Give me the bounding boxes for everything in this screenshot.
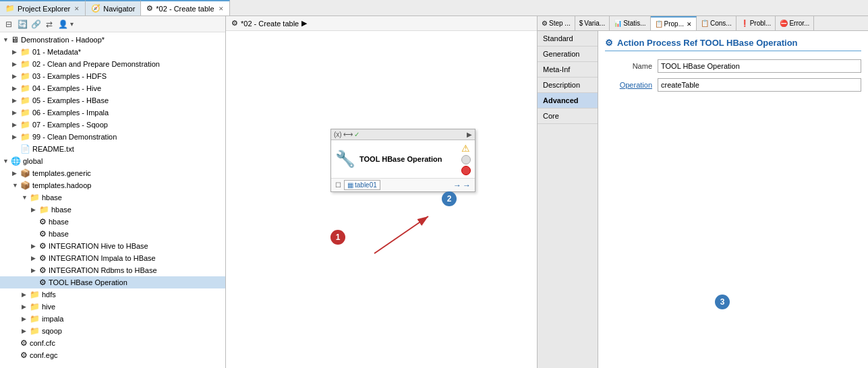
sidebar-standard[interactable]: Standard	[538, 31, 598, 47]
toolbar-sync-btn[interactable]: ⇄	[43, 18, 55, 30]
node-icon-area: 🔧	[335, 150, 355, 168]
tab-errors-label: Error...	[789, 20, 809, 27]
tree-item[interactable]: ⚙conf.egc	[0, 349, 225, 361]
tab-project-explorer-close[interactable]: ✕	[74, 5, 80, 12]
node-link-icon[interactable]: ⟷	[343, 131, 353, 138]
right-content: Standard Generation Meta-Inf Description…	[538, 31, 868, 368]
toolbar-refresh-btn[interactable]: 🔄	[16, 18, 28, 30]
node-vars-icon[interactable]: (x)	[334, 131, 342, 138]
tree-item[interactable]: ▼📦templates.hadoop	[0, 179, 225, 191]
tree-item[interactable]: ▶📦templates.generic	[0, 167, 225, 179]
tab-canvas[interactable]: ⚙ *02 - Create table ✕	[141, 0, 229, 16]
sidebar-advanced[interactable]: Advanced	[538, 93, 598, 109]
tree-item[interactable]: ▶📁hdfs	[0, 288, 225, 301]
variables-icon: $	[579, 20, 583, 27]
tab-project-explorer-label: Project Explorer	[18, 5, 70, 13]
toolbar-new-btn[interactable]: 👤	[57, 18, 69, 30]
tree-label: README.txt	[32, 145, 74, 153]
node-stop	[461, 166, 471, 175]
tree-item[interactable]: ▶📁05 - Examples - HBase	[0, 94, 225, 106]
arrow-right-icon: →	[463, 181, 471, 190]
tree-item[interactable]: ▶⚙INTEGRATION Impala to HBase	[0, 252, 225, 264]
tree-item[interactable]: ⚙TOOL HBase Operation	[0, 276, 225, 288]
tree-item[interactable]: 📄README.txt	[0, 143, 225, 155]
tree-label: conf.cfc	[30, 339, 55, 347]
props-operation-label[interactable]: Operation	[605, 81, 652, 89]
statistics-icon: 📊	[614, 20, 622, 27]
tree-icon: 📄	[20, 144, 30, 154]
tab-variables[interactable]: $ Varia...	[575, 16, 610, 30]
tree-item[interactable]: ▶📁01 - Metadata*	[0, 46, 225, 58]
tab-errors[interactable]: ⛔ Error...	[776, 16, 814, 30]
tree-area: ▼🖥Demonstration - Hadoop*▶📁01 - Metadata…	[0, 32, 225, 368]
tab-problems[interactable]: ❗ Probl...	[736, 16, 776, 30]
tree-icon: 📁	[20, 108, 30, 117]
tree-item[interactable]: ⚙hbase	[0, 216, 225, 228]
canvas-tab-close[interactable]: ✕	[219, 5, 224, 12]
tab-properties[interactable]: 📋 Prop... ✕	[651, 16, 697, 30]
tree-label: INTEGRATION Impala to HBase	[49, 254, 156, 262]
tree-icon: 📁	[20, 132, 30, 142]
props-operation-input[interactable]	[658, 78, 861, 92]
tree-label: 07 - Examples - Sqoop	[32, 121, 108, 129]
tree-item[interactable]: ▶📁impala	[0, 313, 225, 325]
tree-item[interactable]: ▶📁hive	[0, 301, 225, 313]
tree-item[interactable]: ▼📁hbase	[0, 191, 225, 204]
tree-icon: 📁	[30, 193, 40, 202]
node-check-icon[interactable]: ✓	[354, 131, 359, 138]
toolbar-collapse-btn[interactable]: ⊟	[3, 18, 15, 30]
tree-item[interactable]: ▶📁99 - Clean Demonstration	[0, 131, 225, 143]
toolbar-dropdown[interactable]: ▾	[70, 20, 74, 28]
canvas-area[interactable]: (x) ⟷ ✓ ▶ 🔧 TOOL HBase Operat	[226, 31, 537, 368]
node-toolbar-left: (x) ⟷ ✓	[334, 131, 359, 138]
project-explorer-icon: 📁	[5, 4, 15, 13]
tab-console[interactable]: 📋 Cons...	[697, 16, 736, 30]
tree-arrow: ▶	[12, 133, 20, 140]
sidebar-core[interactable]: Core	[538, 109, 598, 124]
tab-console-label: Cons...	[710, 20, 732, 27]
tree-item[interactable]: ▶📁03 - Examples - HDFS	[0, 70, 225, 82]
tree-item[interactable]: ▶📁04 - Examples - Hive	[0, 82, 225, 94]
props-sidebar: Standard Generation Meta-Inf Description…	[538, 31, 598, 368]
tree-icon: 📁	[39, 205, 49, 214]
sidebar-description[interactable]: Description	[538, 78, 598, 93]
tree-label: hbase	[42, 193, 62, 202]
tree-item[interactable]: ▶⚙INTEGRATION Hive to HBase	[0, 240, 225, 252]
tab-statistics[interactable]: 📊 Statis...	[610, 16, 650, 30]
toolbar-link-btn[interactable]: 🔗	[30, 18, 42, 30]
tree-label: templates.generic	[32, 169, 91, 177]
tree-arrow: ▶	[12, 170, 20, 177]
tab-project-explorer[interactable]: 📁 Project Explorer ✕	[0, 0, 86, 16]
props-operation-row: Operation	[605, 78, 861, 92]
tree-arrow: ▶	[22, 303, 30, 310]
tree-item[interactable]: ▶⚙INTEGRATION Rdbms to HBase	[0, 264, 225, 276]
tab-properties-close[interactable]: ✕	[687, 21, 692, 28]
tree-item[interactable]: ⚙hbase	[0, 228, 225, 240]
tree-label: hdfs	[42, 290, 56, 299]
workflow-node[interactable]: (x) ⟷ ✓ ▶ 🔧 TOOL HBase Operat	[330, 129, 475, 192]
props-name-input[interactable]	[658, 59, 861, 73]
tree-arrow: ▶	[12, 61, 20, 67]
tree-label: 04 - Examples - Hive	[32, 84, 101, 92]
tree-item[interactable]: ▶📁hbase	[0, 204, 225, 216]
sidebar-metainf[interactable]: Meta-Inf	[538, 62, 598, 78]
tree-item[interactable]: ▶📁06 - Examples - Impala	[0, 106, 225, 119]
tree-arrow: ▶	[12, 97, 20, 104]
tree-label: TOOL HBase Operation	[49, 278, 127, 286]
tree-item[interactable]: ▼🌐global	[0, 155, 225, 167]
node-play-icon[interactable]: ▶	[467, 131, 472, 138]
tree-item[interactable]: ▶📁07 - Examples - Sqoop	[0, 119, 225, 131]
tab-navigator[interactable]: 🧭 Navigator	[86, 0, 141, 16]
left-panel: ⊟ 🔄 🔗 ⇄ 👤 ▾ ▼🖥Demonstration - Hadoop*▶📁0…	[0, 16, 226, 368]
tree-label: 05 - Examples - HBase	[32, 96, 109, 104]
tree-icon: ⚙	[20, 338, 28, 348]
node-expand-icon[interactable]: ☐	[335, 181, 341, 189]
middle-panel: ⚙ *02 - Create table ▶	[226, 16, 538, 368]
sidebar-generation[interactable]: Generation	[538, 47, 598, 62]
tree-item[interactable]: ▶📁02 - Clean and Prepare Demonstration	[0, 58, 225, 70]
tree-item[interactable]: ▼🖥Demonstration - Hadoop*	[0, 34, 225, 46]
tree-label: sqoop	[42, 327, 62, 335]
tree-item[interactable]: ⚙conf.cfc	[0, 337, 225, 349]
tree-item[interactable]: ▶📁sqoop	[0, 325, 225, 337]
tab-step[interactable]: ⚙ Step ...	[538, 16, 575, 30]
